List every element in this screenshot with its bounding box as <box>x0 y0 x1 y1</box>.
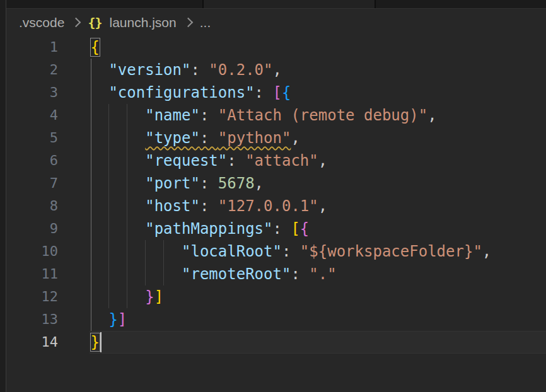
code-text: "port": 5678, <box>91 172 264 195</box>
text-cursor <box>100 332 102 352</box>
bracket-match-highlight: { <box>91 38 100 56</box>
line-number[interactable]: 12 <box>6 285 58 308</box>
code-line[interactable]: 12 }] <box>6 285 546 308</box>
code-line[interactable]: 3 "configurations": [{ <box>6 81 546 104</box>
code-line[interactable]: 14} <box>6 331 546 354</box>
code-line[interactable]: 5 "type": "python", <box>6 127 546 149</box>
breadcrumb-folder[interactable]: .vscode <box>19 15 64 30</box>
code-line[interactable]: 9 "pathMappings": [{ <box>6 217 546 240</box>
line-number[interactable]: 14 <box>6 331 58 354</box>
line-number[interactable]: 10 <box>6 240 58 263</box>
line-number[interactable]: 8 <box>6 195 58 217</box>
breadcrumb-ellipsis[interactable]: ... <box>200 15 211 30</box>
code-text: { <box>91 36 100 59</box>
code-text: "remoteRoot": "." <box>91 263 337 285</box>
code-line[interactable]: 1{ <box>6 36 546 59</box>
code-text: "host": "127.0.0.1", <box>91 195 328 217</box>
breadcrumb: .vscode {} launch.json ... <box>6 9 546 36</box>
code-line[interactable]: 4 "name": "Attach (remote debug)", <box>6 104 546 127</box>
code-line[interactable]: 6 "request": "attach", <box>6 149 546 172</box>
line-number[interactable]: 4 <box>6 104 58 127</box>
code-line[interactable]: 7 "port": 5678, <box>6 172 546 195</box>
sidebar-edge <box>0 0 6 392</box>
breadcrumb-file[interactable]: launch.json <box>109 15 176 30</box>
line-number[interactable]: 13 <box>6 308 58 331</box>
chevron-right-icon <box>183 18 193 28</box>
tab-stub-right[interactable] <box>376 0 546 8</box>
line-number[interactable]: 3 <box>6 81 58 104</box>
line-number[interactable]: 2 <box>6 59 58 81</box>
line-number[interactable]: 7 <box>6 172 58 195</box>
code-area[interactable]: 1{2 "version": "0.2.0",3 "configurations… <box>6 36 546 354</box>
tab-stub-active[interactable] <box>204 0 376 8</box>
tab-stub-left[interactable] <box>6 0 204 8</box>
code-line[interactable]: 11 "remoteRoot": "." <box>6 263 546 285</box>
chevron-right-icon <box>71 18 81 28</box>
code-text: "type": "python", <box>91 127 300 149</box>
line-number[interactable]: 9 <box>6 217 58 240</box>
warning-squiggle: "type": "python" <box>145 129 291 147</box>
code-text: "version": "0.2.0", <box>91 59 282 81</box>
code-line[interactable]: 13 }] <box>6 308 546 331</box>
code-text: "request": "attach", <box>91 149 328 172</box>
code-text: "localRoot": "${workspaceFolder}", <box>91 240 492 263</box>
code-text: "configurations": [{ <box>91 81 291 104</box>
line-number[interactable]: 1 <box>6 36 58 59</box>
code-line[interactable]: 8 "host": "127.0.0.1", <box>6 195 546 217</box>
code-text: "pathMappings": [{ <box>91 217 310 240</box>
line-number[interactable]: 6 <box>6 149 58 172</box>
json-file-icon: {} <box>88 15 102 30</box>
code-line[interactable]: 2 "version": "0.2.0", <box>6 59 546 81</box>
line-number[interactable]: 11 <box>6 263 58 285</box>
bracket-match-highlight: } <box>91 333 100 351</box>
line-number[interactable]: 5 <box>6 127 58 149</box>
code-text: }] <box>91 308 127 331</box>
code-text: }] <box>91 285 164 308</box>
tab-strip <box>6 0 546 9</box>
code-text: "name": "Attach (remote debug)", <box>91 104 437 127</box>
code-text: } <box>91 331 100 354</box>
code-line[interactable]: 10 "localRoot": "${workspaceFolder}", <box>6 240 546 263</box>
